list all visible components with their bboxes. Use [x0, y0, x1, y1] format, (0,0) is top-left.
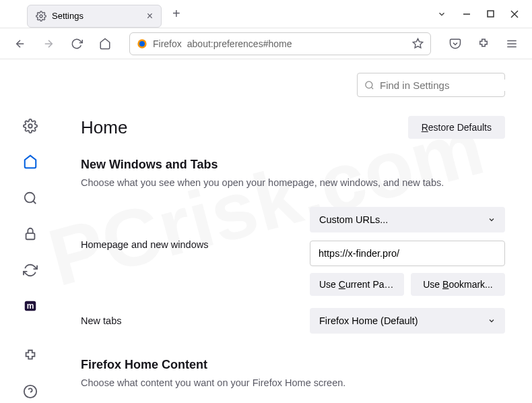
window-titlebar: Settings × + [0, 0, 532, 28]
chevron-down-icon[interactable] [437, 9, 446, 19]
sidebar-item-help[interactable] [18, 381, 42, 404]
svg-line-15 [33, 201, 36, 204]
url-bar[interactable]: Firefox about:preferences#home [129, 32, 431, 55]
urlbar-address: about:preferences#home [187, 38, 407, 49]
newtabs-dropdown-value: Firefox Home (Default) [319, 315, 418, 326]
svg-marker-9 [413, 38, 422, 47]
firefox-logo-icon [137, 38, 147, 49]
urlbar-prefix: Firefox [153, 38, 182, 49]
settings-main: Home Restore Defaults New Windows and Ta… [61, 59, 532, 403]
sidebar-item-sync[interactable] [18, 259, 42, 282]
svg-text:m: m [27, 301, 34, 311]
reload-icon[interactable] [67, 34, 86, 53]
settings-sidebar: m [0, 59, 61, 403]
restore-defaults-button[interactable]: Restore Defaults [408, 116, 505, 139]
close-tab-icon[interactable]: × [147, 10, 153, 22]
star-icon[interactable] [412, 38, 424, 49]
svg-point-0 [40, 15, 42, 18]
homepage-url-input[interactable] [310, 241, 505, 266]
gear-icon [36, 11, 46, 22]
pocket-icon[interactable] [446, 34, 465, 53]
new-tab-button[interactable]: + [172, 6, 180, 22]
sidebar-item-home[interactable] [18, 151, 42, 174]
svg-rect-2 [488, 11, 494, 17]
browser-toolbar: Firefox about:preferences#home [0, 28, 532, 59]
use-current-page-button[interactable]: Use Current Page [310, 273, 404, 296]
use-bookmark-button[interactable]: Use Bookmark... [411, 273, 505, 296]
sidebar-item-extensions[interactable] [18, 344, 42, 367]
home-icon[interactable] [96, 34, 114, 53]
tab-title: Settings [52, 11, 141, 21]
newtabs-dropdown[interactable]: Firefox Home (Default) [310, 308, 505, 334]
page-title: Home [81, 117, 127, 138]
chevron-down-icon [488, 216, 496, 224]
chevron-down-icon [488, 317, 496, 325]
svg-point-21 [366, 81, 372, 88]
back-icon[interactable] [11, 34, 30, 53]
newtabs-label: New tabs [81, 315, 296, 326]
homepage-dropdown[interactable]: Custom URLs... [310, 207, 505, 232]
browser-tab[interactable]: Settings × [27, 5, 162, 28]
homepage-label: Homepage and new windows [81, 207, 296, 250]
sidebar-item-search[interactable] [18, 187, 42, 210]
extensions-icon[interactable] [474, 34, 493, 53]
close-window-icon[interactable] [510, 10, 519, 18]
maximize-icon[interactable] [487, 10, 494, 18]
section-title-windows-tabs: New Windows and Tabs [81, 158, 505, 172]
section-desc-windows-tabs: Choose what you see when you open your h… [81, 177, 505, 188]
homepage-dropdown-value: Custom URLs... [319, 214, 388, 225]
svg-point-8 [139, 41, 145, 46]
sidebar-item-more[interactable]: m [18, 295, 42, 318]
svg-point-13 [28, 124, 32, 128]
forward-icon[interactable] [39, 34, 58, 53]
svg-rect-16 [26, 233, 35, 239]
sidebar-item-general[interactable] [18, 115, 42, 137]
find-in-settings[interactable] [357, 73, 505, 97]
menu-icon[interactable] [502, 34, 521, 53]
section-desc-home-content: Choose what content you want on your Fir… [81, 377, 505, 388]
svg-line-22 [371, 87, 373, 89]
search-icon [364, 80, 374, 90]
section-title-home-content: Firefox Home Content [81, 358, 505, 372]
minimize-icon[interactable] [463, 10, 471, 18]
find-in-settings-input[interactable] [380, 80, 508, 91]
svg-point-14 [25, 193, 35, 203]
sidebar-item-privacy[interactable] [18, 223, 42, 246]
